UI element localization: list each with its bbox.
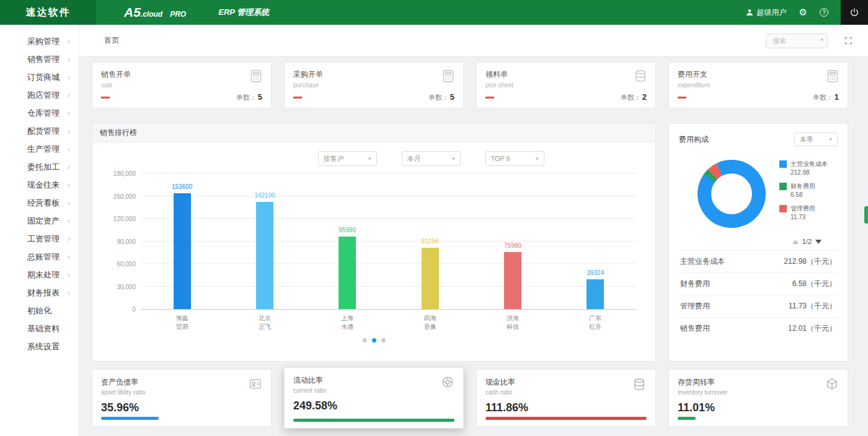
sidebar-item-现金往来[interactable]: 现金往来›	[0, 176, 79, 194]
sidebar-item-初始化[interactable]: 初始化	[0, 302, 79, 320]
system-name: ERP 管理系统	[218, 7, 269, 18]
y-axis-label: 0	[132, 306, 136, 313]
stat-card-subtitle: purchase	[293, 82, 454, 89]
bar	[256, 202, 273, 309]
sidebar-item-生产管理[interactable]: 生产管理›	[0, 140, 79, 158]
sidebar-item-label: 财务报表	[27, 287, 60, 299]
legend-swatch	[779, 183, 787, 190]
sidebar-item-期末处理[interactable]: 期末处理›	[0, 266, 79, 284]
bar-洪海科技[interactable]: 75980 洪海 科技	[471, 173, 554, 309]
sidebar-item-基础资料[interactable]: 基础资料	[0, 320, 79, 338]
ratio-card-subtitle: current ratio	[293, 387, 454, 394]
sidebar-item-label: 订货商城	[27, 72, 60, 83]
sidebar-item-经营看板[interactable]: 经营看板›	[0, 194, 79, 212]
sidebar-item-订货商城[interactable]: 订货商城›	[0, 68, 79, 86]
sidebar-item-工资管理[interactable]: 工资管理›	[0, 230, 79, 248]
chevron-right-icon: ›	[68, 127, 70, 135]
stat-card-count: 单数：1	[813, 92, 839, 102]
pager-up-icon[interactable]	[792, 240, 799, 244]
legend-item-财务费用[interactable]: 财务费用6.58	[779, 182, 828, 199]
ratio-card-流动比率[interactable]: 流动比率 current ratio 249.58%	[284, 367, 464, 429]
chart-filter-select-2[interactable]: 本月▾	[402, 151, 461, 166]
stat-card-subtitle: sale	[101, 82, 262, 89]
stat-card-采购开单[interactable]: 采购开单 purchase 单数：5	[284, 62, 464, 108]
chart-filter-select-1[interactable]: 按客户▾	[318, 151, 377, 166]
sidebar-item-系统设置[interactable]: 系统设置	[0, 338, 79, 355]
stat-card-费用开支[interactable]: 费用开支 expenditure 单数：1	[668, 62, 848, 108]
bar-上海水通[interactable]: 95990 上海 水通	[306, 173, 389, 309]
sidebar-item-label: 生产管理	[27, 144, 60, 155]
tab-home[interactable]: 首页	[104, 35, 119, 46]
user-menu[interactable]: 超级用户	[745, 7, 787, 18]
ratio-card-资产负债率[interactable]: 资产负债率 asset liblity ratio 35.96%	[92, 369, 272, 427]
search-input[interactable]	[766, 33, 828, 48]
ratio-card-title: 流动比率	[293, 375, 454, 386]
y-axis-label: 180,000	[113, 170, 136, 177]
sidebar-item-label: 仓库管理	[27, 108, 60, 119]
sidebar-item-仓库管理[interactable]: 仓库管理›	[0, 104, 79, 122]
sidebar-item-label: 初始化	[27, 305, 51, 316]
sidebar-item-label: 期末处理	[27, 269, 60, 281]
bar-广东红升[interactable]: 39324 广东 红升	[554, 173, 637, 309]
stat-card-领料单[interactable]: 领料单 pick sheet 单数：2	[476, 62, 656, 108]
carousel-dot-2[interactable]	[372, 338, 376, 342]
legend-swatch	[779, 205, 787, 212]
help-icon[interactable]: ?	[820, 8, 828, 17]
bar-category-label: 洪海 科技	[471, 314, 554, 331]
expense-label: 财务费用	[680, 279, 710, 289]
sidebar-item-财务报表[interactable]: 财务报表›	[0, 284, 79, 302]
fullscreen-icon[interactable]	[844, 36, 853, 45]
sidebar-item-label: 现金往来	[27, 180, 60, 191]
sidebar-item-label: 系统设置	[27, 341, 60, 352]
chevron-right-icon: ›	[68, 163, 70, 171]
bar-value-label: 39324	[554, 269, 637, 276]
stat-card-title: 领料单	[485, 69, 647, 80]
ratio-card-subtitle: cash ratio	[485, 389, 647, 396]
carousel-dot-1[interactable]	[363, 338, 367, 342]
legend-item-主营业务成本[interactable]: 主营业务成本212.98	[779, 160, 828, 177]
sidebar-item-委托加工[interactable]: 委托加工›	[0, 158, 79, 176]
stat-card-销售开单[interactable]: 销售开单 sale 单数：5	[92, 62, 272, 108]
sidebar-item-总账管理[interactable]: 总账管理›	[0, 248, 79, 266]
sidebar-item-配货管理[interactable]: 配货管理›	[0, 122, 79, 140]
bar-四海音像[interactable]: 81258 四海 音像	[389, 173, 471, 309]
chevron-right-icon: ›	[68, 55, 70, 63]
chevron-right-icon: ›	[68, 37, 70, 45]
legend-label: 管理费用11.73	[790, 204, 815, 222]
chevron-down-icon[interactable]: ▾	[820, 37, 823, 43]
settings-gear-icon[interactable]: ⚙	[799, 8, 807, 17]
sidebar-item-跑店管理[interactable]: 跑店管理›	[0, 86, 79, 104]
progress-bar	[485, 417, 647, 420]
chevron-right-icon: ›	[68, 289, 70, 297]
bar-北京正飞[interactable]: 142100 北京 正飞	[223, 173, 306, 309]
sidebar-item-销售管理[interactable]: 销售管理›	[0, 50, 79, 68]
legend-pager: 1/2	[679, 238, 822, 245]
chevron-right-icon: ›	[68, 91, 70, 99]
ratio-card-title: 资产负债率	[101, 377, 262, 388]
sidebar-item-label: 采购管理	[27, 36, 60, 47]
chevron-right-icon: ›	[68, 253, 70, 261]
sidebar-item-固定资产[interactable]: 固定资产›	[0, 212, 79, 230]
bar-category-label: 上海 水通	[306, 314, 389, 331]
stat-card-row: 销售开单 sale 单数：5 采购开单 purchase 单数：5 领料单 pi…	[92, 62, 848, 108]
ratio-card-现金比率[interactable]: 现金比率 cash ratio 111.86%	[476, 369, 656, 427]
ratio-value: 35.96%	[101, 401, 262, 414]
side-helper-tab[interactable]	[864, 206, 868, 224]
sidebar-item-采购管理[interactable]: 采购管理›	[0, 32, 79, 50]
ratio-value: 111.86%	[485, 401, 647, 414]
chart-filter-select-3[interactable]: TOP 6▾	[485, 151, 544, 166]
pager-down-icon[interactable]	[815, 240, 822, 244]
bar-海鑫贸易[interactable]: 153600 海鑫 贸易	[141, 173, 223, 309]
expense-label: 销售费用	[680, 323, 710, 334]
carousel-dot-3[interactable]	[381, 338, 386, 342]
period-select[interactable]: 本季 ▾	[794, 133, 838, 146]
stat-card-subtitle: pick sheet	[485, 82, 647, 89]
trend-dash	[101, 97, 110, 98]
legend-item-管理费用[interactable]: 管理费用11.73	[779, 204, 828, 222]
y-axis-label: 60,000	[117, 261, 136, 268]
topbar: 速达软件 A5 .cloud PRO ERP 管理系统 超级用户 ⚙ ?	[0, 0, 868, 25]
coins-icon	[633, 69, 648, 86]
logout-power-button[interactable]	[841, 0, 868, 25]
ratio-card-存货周转率[interactable]: 存货周转率 inventory turnover 11.01%	[668, 369, 848, 427]
chevron-down-icon: ▾	[368, 155, 371, 162]
